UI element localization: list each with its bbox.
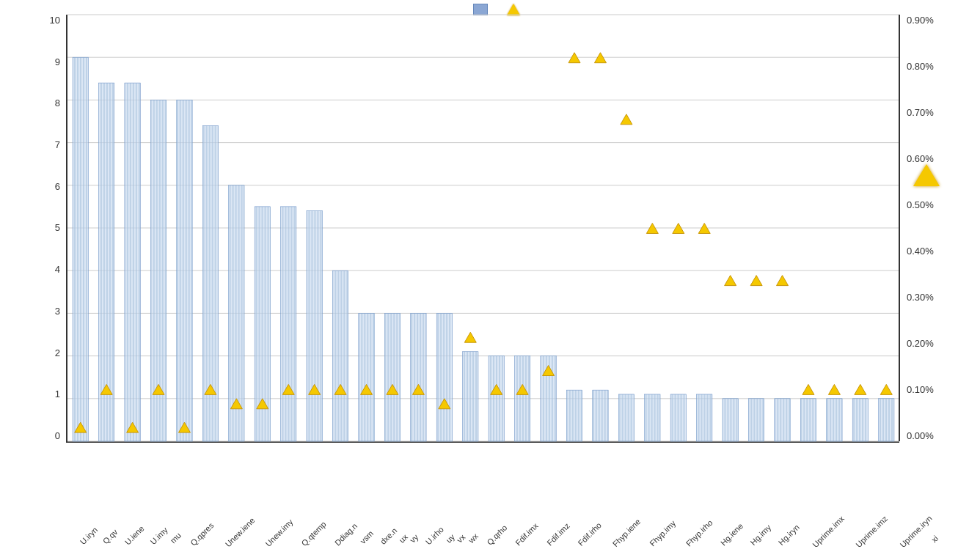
x-label: U.iryn [76,525,100,548]
svg-rect-56 [177,100,192,441]
x-label: Hg.imy [746,523,772,549]
svg-rect-74 [332,270,348,441]
svg-rect-55 [177,100,192,441]
svg-marker-51 [127,422,139,432]
x-label: Unew.imy [261,517,294,550]
svg-rect-104 [593,390,608,441]
y-right-tick-080: 0.80% [907,61,954,72]
svg-marker-123 [750,276,762,286]
y-left-tick-3: 3 [20,306,60,317]
legend-triangle-icon [507,4,520,15]
y-left-tick-8: 8 [20,97,60,108]
svg-rect-133 [852,399,868,441]
svg-rect-89 [463,352,478,441]
svg-rect-46 [99,83,114,441]
x-label: Uprime.imz [852,514,890,551]
svg-rect-92 [489,356,504,441]
svg-rect-68 [281,207,296,441]
svg-rect-83 [411,313,426,441]
x-label: Fdif.imx [511,521,540,550]
svg-rect-58 [202,125,218,441]
x-label: Q.qpres [187,521,216,550]
y-left-tick-0: 0 [20,430,60,441]
svg-rect-100 [566,390,582,441]
svg-rect-137 [879,399,894,441]
svg-rect-47 [99,83,114,441]
svg-rect-52 [150,100,166,441]
legend-bar-item [473,4,492,15]
y-left-tick-1: 1 [20,388,60,399]
svg-rect-71 [307,211,322,441]
svg-rect-91 [489,356,504,441]
svg-rect-76 [359,313,374,441]
svg-marker-132 [828,384,840,394]
svg-rect-134 [852,399,868,441]
svg-rect-107 [618,394,634,441]
x-label: mu [167,531,183,547]
y-left-tick-9: 9 [20,56,60,67]
y-axis-right: 0.90% 0.80% 0.70% 0.60% 0.50% 0.40% 0.30… [907,15,954,441]
svg-marker-135 [855,384,866,394]
svg-rect-110 [645,394,660,441]
y-right-tick-020: 0.20% [907,338,954,349]
y-left-tick-7: 7 [20,139,60,150]
svg-rect-119 [723,399,738,441]
y-left-tick-6: 6 [20,181,60,192]
svg-marker-96 [516,384,528,394]
right-legend-triangle-icon [913,164,940,186]
svg-rect-113 [670,394,686,441]
svg-marker-114 [673,224,684,234]
svg-marker-129 [802,384,814,394]
svg-rect-67 [281,207,296,441]
y-left-tick-2: 2 [20,347,60,358]
x-label: U.iene [121,524,146,549]
svg-marker-48 [100,384,112,394]
legend-bar-icon [473,4,488,15]
y-right-tick-060: 0.60% [907,153,954,164]
svg-rect-86 [436,313,452,441]
svg-rect-127 [800,399,816,441]
x-label: Fhyp.imy [646,518,678,550]
svg-rect-53 [150,100,166,441]
x-label: U.imy [146,526,169,548]
svg-rect-62 [229,185,244,441]
svg-marker-108 [621,114,632,125]
x-label: Hg.iene [717,521,745,549]
x-label: Unew.iene [222,516,257,551]
svg-marker-45 [75,422,87,432]
svg-rect-70 [307,211,322,441]
svg-rect-98 [541,356,556,441]
svg-rect-80 [384,313,400,441]
x-label: wx [464,531,480,547]
svg-rect-103 [593,390,608,441]
svg-marker-99 [543,366,555,376]
y-left-tick-10: 10 [20,15,60,26]
y-right-tick-070: 0.70% [907,107,954,118]
svg-marker-72 [309,384,321,394]
svg-rect-94 [515,356,530,441]
svg-rect-50 [125,83,140,441]
svg-rect-85 [436,313,452,441]
y-right-tick-040: 0.40% [907,246,954,257]
svg-rect-82 [411,313,426,441]
svg-rect-59 [202,125,218,441]
x-axis: U.irynQ.qvU.ieneU.imymuQ.qpresUnew.ieneU… [67,533,899,548]
svg-marker-69 [282,384,294,394]
svg-rect-88 [463,352,478,441]
legend [473,4,524,15]
svg-rect-115 [697,394,712,441]
svg-marker-120 [725,276,736,286]
x-label: xi [928,534,940,546]
svg-marker-126 [777,276,789,286]
svg-rect-121 [748,399,764,441]
x-label: Fdif.irho [574,520,603,549]
chart-container: 10 9 8 7 6 5 4 3 2 1 0 0.90% 0.80% 0.70%… [0,0,958,560]
svg-rect-49 [125,83,140,441]
svg-marker-78 [361,384,373,394]
y-right-tick-030: 0.30% [907,292,954,303]
x-label: U.irho [422,525,445,548]
svg-rect-97 [541,356,556,441]
y-axis-left: 10 9 8 7 6 5 4 3 2 1 0 [20,15,60,441]
svg-marker-117 [698,224,710,234]
svg-marker-93 [491,384,502,394]
